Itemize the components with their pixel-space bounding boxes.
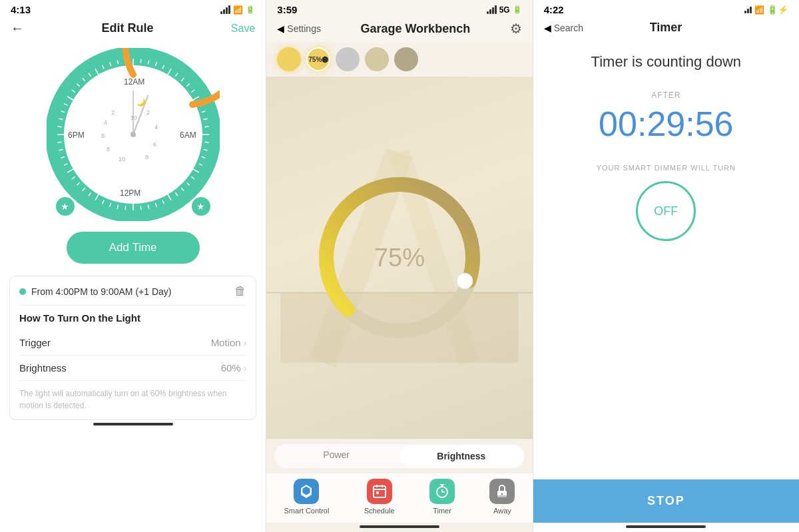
search-back-button[interactable]: ◀ Search xyxy=(544,23,583,33)
settings-back[interactable]: ◀ Settings xyxy=(277,23,321,34)
status-time-1: 4:13 xyxy=(11,4,31,15)
back-button-1[interactable]: ← xyxy=(11,21,24,36)
svg-rect-97 xyxy=(376,491,379,494)
brightness-label: Brightness xyxy=(19,362,67,374)
svg-text:8: 8 xyxy=(145,154,148,160)
svg-point-104 xyxy=(501,493,503,495)
dimmer-percentage: 75% xyxy=(374,244,425,272)
home-bar-3 xyxy=(626,525,706,528)
schedule-nav[interactable]: Schedule xyxy=(364,479,395,515)
signal-icon-2 xyxy=(487,5,497,14)
chevron-icon-2: › xyxy=(244,363,247,374)
status-time-2: 3:59 xyxy=(277,4,297,15)
light-bubbles: 75% ⬤ xyxy=(266,42,532,77)
wifi-icon-1: 📶 xyxy=(233,5,243,15)
status-bar-3: 4:22 📶 🔋⚡ xyxy=(533,0,799,18)
light-bubble-1[interactable] xyxy=(277,47,301,71)
clock-dial[interactable]: 🌙 12AM 6AM 12PM 6PM 10 2 4 6 8 10 8 6 4 … xyxy=(47,48,220,221)
star-left[interactable]: ★ xyxy=(56,197,75,216)
battery-charging-icon: 🔋⚡ xyxy=(767,5,788,15)
timer-icon xyxy=(429,479,455,504)
schedule-card: From 4:00PM to 9:00AM (+1 Day) 🗑 How To … xyxy=(9,276,256,420)
svg-point-92 xyxy=(457,273,473,289)
settings-gear-button[interactable]: ⚙ xyxy=(510,21,522,37)
svg-text:12AM: 12AM xyxy=(124,77,144,87)
smart-control-nav[interactable]: Smart Control xyxy=(284,479,330,515)
smart-control-label: Smart Control xyxy=(284,507,330,515)
timer-label: Timer xyxy=(433,507,451,515)
svg-text:6: 6 xyxy=(153,141,156,148)
garage-panel: 3:59 5G 🔋 ◀ Settings Garage Workbench ⚙ … xyxy=(266,0,533,532)
page-title-1: Edit Rule xyxy=(101,21,153,35)
stop-button[interactable]: STOP xyxy=(533,479,799,523)
status-time-3: 4:22 xyxy=(544,4,564,15)
svg-text:10: 10 xyxy=(131,115,137,121)
will-turn-label: YOUR SMART DIMMER WILL TURN xyxy=(597,164,736,172)
dimmer-ring[interactable]: 75% xyxy=(306,164,493,351)
brightness-row[interactable]: Brightness 60% › xyxy=(19,356,246,381)
home-bar-2 xyxy=(360,525,439,528)
smart-control-icon xyxy=(294,479,319,504)
edit-rule-panel: 4:13 📶 🔋 ← Edit Rule Save xyxy=(0,0,266,532)
svg-line-15 xyxy=(204,127,208,127)
timer-content: Timer is counting down AFTER 00:29:56 YO… xyxy=(533,40,799,479)
nav-bar-1: ← Edit Rule Save xyxy=(0,18,266,41)
power-tab[interactable]: Power xyxy=(274,444,398,468)
chevron-icon: › xyxy=(244,338,247,348)
away-nav[interactable]: Away xyxy=(489,479,515,515)
svg-text:2: 2 xyxy=(111,109,115,116)
light-bubble-2[interactable]: 75% ⬤ xyxy=(306,47,330,71)
svg-point-64 xyxy=(131,132,136,137)
nav-bar-3: ◀ Search Timer xyxy=(533,18,799,40)
svg-line-30 xyxy=(140,206,141,210)
page-title-3: Timer xyxy=(650,21,682,35)
timer-nav[interactable]: Timer xyxy=(429,479,455,515)
svg-text:4: 4 xyxy=(104,119,107,126)
svg-line-45 xyxy=(57,142,61,142)
home-bar-1 xyxy=(93,423,173,425)
add-time-button[interactable]: Add Time xyxy=(67,232,200,264)
hint-text: The light will automatically turn on at … xyxy=(19,388,246,411)
svg-text:2: 2 xyxy=(146,109,150,116)
schedule-dot xyxy=(19,288,26,295)
signal-icon-3 xyxy=(744,7,752,13)
clock-container[interactable]: 🌙 12AM 6AM 12PM 6PM 10 2 4 6 8 10 8 6 4 … xyxy=(0,41,266,226)
battery-icon-2: 🔋 xyxy=(513,5,522,14)
off-state-circle: OFF xyxy=(636,181,696,241)
star-right[interactable]: ★ xyxy=(192,197,210,216)
light-bubble-5[interactable] xyxy=(394,47,418,71)
light-bubble-3[interactable] xyxy=(336,47,360,71)
section-title: How To Turn On the Light xyxy=(19,312,246,324)
away-label: Away xyxy=(493,507,511,515)
trigger-row[interactable]: Trigger Motion › xyxy=(19,330,246,356)
timer-subtitle: Timer is counting down xyxy=(591,53,741,71)
off-label: OFF xyxy=(654,204,678,218)
save-button[interactable]: Save xyxy=(231,23,255,35)
status-bar-2: 3:59 5G 🔋 xyxy=(266,0,532,18)
light-bubble-4[interactable] xyxy=(365,47,389,71)
brightness-value: 60% › xyxy=(221,362,247,374)
clock-svg: 🌙 12AM 6AM 12PM 6PM 10 2 4 6 8 10 8 6 4 … xyxy=(47,48,220,221)
svg-text:4: 4 xyxy=(154,124,158,131)
svg-text:6: 6 xyxy=(101,133,105,139)
svg-line-32 xyxy=(125,206,126,210)
bottom-nav: Smart Control Schedule xyxy=(266,473,532,523)
delete-schedule-button[interactable]: 🗑 xyxy=(234,284,246,298)
svg-line-2 xyxy=(140,59,141,63)
svg-text:6AM: 6AM xyxy=(180,131,196,140)
svg-text:12PM: 12PM xyxy=(120,188,140,198)
timer-countdown: 00:29:56 xyxy=(599,104,733,144)
divider-1 xyxy=(19,305,246,306)
brightness-tab[interactable]: Brightness xyxy=(400,445,523,467)
status-icons-2: 5G 🔋 xyxy=(487,5,522,15)
schedule-icon xyxy=(367,479,392,504)
svg-line-47 xyxy=(57,127,61,127)
svg-text:10: 10 xyxy=(119,156,125,162)
away-icon xyxy=(489,479,515,504)
battery-icon-1: 🔋 xyxy=(246,5,255,14)
trigger-label: Trigger xyxy=(19,337,51,348)
page-title-2: Garage Workbench xyxy=(360,22,470,36)
wifi-icon-3: 📶 xyxy=(754,5,764,15)
svg-text:🌙: 🌙 xyxy=(136,97,146,107)
stop-button-area[interactable]: STOP xyxy=(533,479,799,523)
